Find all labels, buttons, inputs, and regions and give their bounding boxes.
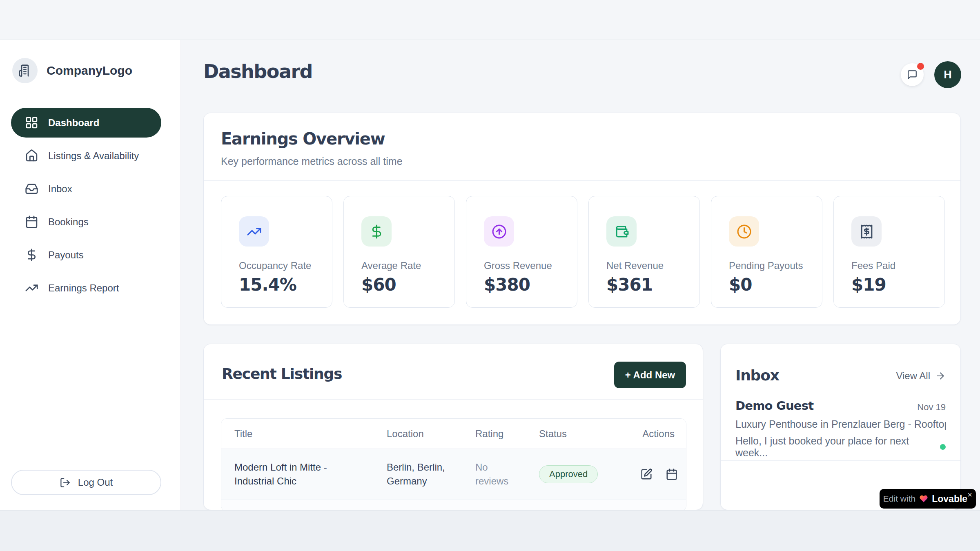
- listing-location: Berlin, Berlin, Germany: [387, 460, 458, 488]
- sidebar-item-dashboard[interactable]: Dashboard: [11, 108, 161, 138]
- layout-grid-icon: [25, 116, 38, 129]
- metrics-row: Occupancy Rate 15.4% Average Rate $60: [221, 196, 945, 308]
- recent-listings-card: Recent Listings + Add New Title Location…: [203, 344, 703, 510]
- listing-title: Modern Loft in Mitte - Industrial Chic: [234, 460, 349, 488]
- earnings-overview-card: Earnings Overview Key performance metric…: [203, 113, 961, 325]
- table-row: Modern Loft in Mitte - Industrial Chic B…: [221, 449, 686, 500]
- row-actions: [640, 468, 678, 480]
- earnings-title: Earnings Overview: [221, 129, 385, 148]
- metric-label: Fees Paid: [851, 260, 895, 271]
- inbox-icon: [25, 182, 38, 196]
- lovable-heart-icon: [919, 494, 928, 503]
- metric-label: Average Rate: [361, 260, 421, 271]
- clock-icon: [729, 216, 759, 247]
- company-logo-text: CompanyLogo: [47, 64, 132, 78]
- app-canvas: CompanyLogo Dashboard: [0, 0, 980, 551]
- sidebar: CompanyLogo Dashboard: [0, 40, 181, 510]
- company-logo: CompanyLogo: [12, 58, 132, 83]
- message-square-icon: [907, 69, 918, 80]
- table-row-partial: [221, 500, 686, 510]
- circle-arrow-up-icon: [484, 216, 514, 247]
- edit-with-lovable-badge[interactable]: Edit with Lovable ×: [880, 489, 976, 509]
- logout-label: Log Out: [78, 477, 113, 488]
- sidebar-item-listings[interactable]: Listings & Availability: [11, 141, 161, 171]
- lovable-prefix: Edit with: [883, 494, 915, 504]
- metric-value: $19: [851, 275, 886, 295]
- inbox-card: Inbox View All Demo Guest Nov 19 Luxury …: [720, 344, 961, 510]
- sidebar-item-label: Payouts: [48, 249, 84, 261]
- metric-label: Pending Payouts: [729, 260, 803, 271]
- calendar-action-button[interactable]: [666, 468, 678, 480]
- inbox-title: Inbox: [735, 367, 779, 384]
- close-icon[interactable]: ×: [967, 490, 972, 500]
- dollar-sign-icon: [361, 216, 392, 247]
- house-icon: [25, 149, 38, 162]
- trending-up-icon: [25, 281, 38, 295]
- calendar-icon: [25, 215, 38, 229]
- metric-label: Gross Revenue: [484, 260, 552, 271]
- edit-pencil-icon: [640, 468, 653, 480]
- column-header-location: Location: [387, 428, 475, 440]
- wallet-icon: [606, 216, 637, 247]
- metric-value: $60: [361, 275, 396, 295]
- building-icon: [12, 58, 38, 83]
- divider: [204, 180, 960, 181]
- desktop-background-strip: [0, 510, 980, 551]
- earnings-subtitle: Key performance metrics across all time: [221, 156, 403, 167]
- receipt-icon: [851, 216, 882, 247]
- metric-card-gross-revenue: Gross Revenue $380: [466, 196, 577, 308]
- metric-label: Occupancy Rate: [239, 260, 311, 271]
- sidebar-item-label: Dashboard: [48, 117, 99, 129]
- unread-dot: [940, 444, 946, 450]
- column-header-actions: Actions: [640, 428, 675, 440]
- metric-card-net-revenue: Net Revenue $361: [588, 196, 700, 308]
- edit-listing-button[interactable]: [640, 468, 653, 480]
- column-header-rating: Rating: [475, 428, 539, 440]
- sidebar-item-payouts[interactable]: Payouts: [11, 240, 161, 270]
- recent-listings-title: Recent Listings: [222, 365, 342, 382]
- column-header-title: Title: [234, 428, 387, 440]
- metric-label: Net Revenue: [606, 260, 664, 271]
- metric-card-average-rate: Average Rate $60: [343, 196, 455, 308]
- add-new-button[interactable]: + Add New: [614, 362, 686, 388]
- sidebar-item-label: Listings & Availability: [48, 150, 139, 162]
- inbox-message-item[interactable]: Demo Guest Nov 19 Luxury Penthouse in Pr…: [721, 388, 960, 461]
- metric-card-pending-payouts: Pending Payouts $0: [711, 196, 822, 308]
- sidebar-item-earnings-report[interactable]: Earnings Report: [11, 273, 161, 303]
- chat-button[interactable]: [901, 63, 924, 86]
- view-all-label: View All: [896, 370, 930, 382]
- metric-value: $361: [606, 275, 653, 295]
- notification-dot: [917, 63, 924, 70]
- metric-value: $380: [484, 275, 530, 295]
- column-header-status: Status: [539, 428, 640, 440]
- metric-value: 15.4%: [239, 275, 296, 295]
- status-badge: Approved: [539, 465, 598, 483]
- page-title: Dashboard: [203, 60, 312, 82]
- metric-value: $0: [729, 275, 752, 295]
- view-all-link[interactable]: View All: [896, 370, 946, 382]
- message-subject: Luxury Penthouse in Prenzlauer Berg - Ro…: [735, 418, 946, 430]
- message-date: Nov 19: [917, 399, 946, 413]
- sidebar-item-label: Inbox: [48, 183, 72, 195]
- message-sender: Demo Guest: [735, 399, 813, 413]
- metric-card-fees-paid: Fees Paid $19: [833, 196, 945, 308]
- log-out-icon: [60, 477, 71, 488]
- calendar-icon: [666, 468, 678, 480]
- logout-button[interactable]: Log Out: [11, 470, 161, 495]
- sidebar-item-label: Earnings Report: [48, 282, 119, 294]
- dollar-sign-icon: [25, 248, 38, 262]
- avatar[interactable]: H: [934, 61, 961, 88]
- metric-card-occupancy-rate: Occupancy Rate 15.4%: [221, 196, 332, 308]
- message-preview: Hello, I just booked your place for next…: [735, 435, 940, 459]
- trending-up-icon: [239, 216, 269, 247]
- sidebar-nav: Dashboard Listings & Availability: [11, 108, 161, 303]
- sidebar-item-label: Bookings: [48, 216, 89, 228]
- lovable-brand-label: Lovable: [932, 493, 967, 504]
- divider: [204, 399, 703, 400]
- sidebar-item-inbox[interactable]: Inbox: [11, 174, 161, 204]
- sidebar-item-bookings[interactable]: Bookings: [11, 207, 161, 237]
- listings-table: Title Location Rating Status Actions Mod…: [221, 418, 686, 510]
- listing-rating: No reviews: [475, 460, 516, 488]
- arrow-right-icon: [935, 371, 946, 381]
- table-header-row: Title Location Rating Status Actions: [221, 419, 686, 449]
